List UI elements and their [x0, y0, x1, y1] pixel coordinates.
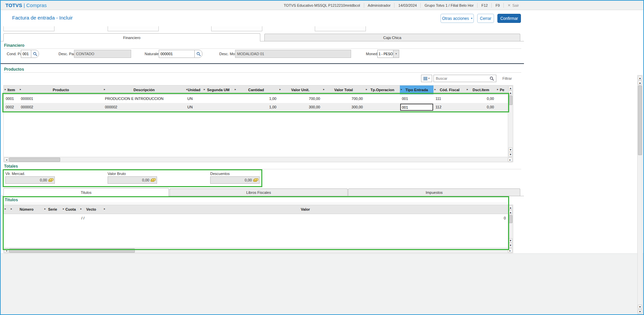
naturaleza-input[interactable] — [159, 50, 194, 58]
cell-tp-operacion[interactable] — [365, 103, 400, 111]
column-header-serie[interactable]: ▸Serie — [43, 205, 62, 214]
titulos-vertical-scrollbar[interactable]: ▲ ▲ ▼ ▼ — [508, 205, 513, 248]
cell-producto[interactable]: 000002 — [19, 103, 103, 111]
cell-segunda-um[interactable] — [203, 95, 234, 103]
cell-pe[interactable] — [496, 95, 508, 103]
column-header-unidad[interactable]: ▸Unidad — [185, 85, 203, 94]
scroll-right-button[interactable]: ► — [508, 248, 513, 253]
cropped-field[interactable] — [3, 26, 54, 31]
cell-valor-unit[interactable]: 300,00 — [278, 103, 322, 111]
column-header-vecto[interactable]: ▸Vecto — [79, 205, 103, 214]
cell-valor-total[interactable]: 300,00 — [322, 103, 365, 111]
column-header-tipo-entrada[interactable]: ▸Tipo Entrada — [400, 85, 433, 94]
column-header-cuota[interactable]: ▸Cuota — [62, 205, 79, 214]
filter-link[interactable]: Filtrar — [502, 76, 512, 80]
cond-pago-input[interactable] — [21, 50, 31, 58]
cropped-field[interactable] — [315, 26, 366, 31]
scrollbar-track[interactable] — [508, 224, 513, 238]
column-header-marker[interactable]: ▸ — [4, 205, 10, 214]
tab-titulos[interactable]: Titulos — [3, 188, 169, 196]
search-icon[interactable] — [490, 76, 494, 81]
cell-cod-fiscal[interactable]: 111 — [433, 95, 466, 103]
column-config-button[interactable]: ▾ — [421, 75, 432, 82]
column-header-descripcion[interactable]: ▸Descripción — [103, 85, 185, 94]
column-header-cantidad[interactable]: ▸Cantidad — [234, 85, 278, 94]
cropped-field[interactable] — [108, 26, 159, 31]
scroll-right-button[interactable]: ► — [508, 158, 513, 162]
page-vertical-scrollbar[interactable]: ▲ ▲ ▼ ▼ — [637, 75, 643, 314]
scroll-down-button[interactable]: ▼ — [508, 152, 513, 156]
naturaleza-lookup-button[interactable] — [194, 50, 202, 58]
scrollbar-thumb[interactable] — [9, 158, 60, 162]
productos-horizontal-scrollbar[interactable]: ◄ ► — [4, 157, 513, 162]
other-actions-button[interactable]: Otras acciones ▾ — [441, 14, 474, 23]
moneda-select[interactable]: 1 - PESO ▾ — [377, 50, 399, 58]
cell-descripcion[interactable]: PRODUCCION E INTRODUCCION — [103, 95, 185, 103]
cell-item[interactable]: 0002 — [4, 103, 19, 111]
productos-vertical-scrollbar[interactable]: ▲ ▲ ▼ ▼ — [508, 85, 513, 157]
scroll-up-button[interactable]: ▲ — [508, 205, 513, 210]
cell-dsct-item[interactable]: 0,00 — [466, 103, 496, 111]
scroll-down-button[interactable]: ▼ — [638, 309, 642, 314]
column-header-tp-operacion[interactable]: ▸Tp.Operacion — [365, 85, 400, 94]
cell-descripcion[interactable]: 000002 — [103, 103, 185, 111]
scroll-up-button[interactable]: ▲ — [508, 86, 513, 90]
scroll-left-button[interactable]: ◄ — [4, 248, 9, 253]
scroll-up-button[interactable]: ▲ — [638, 76, 642, 80]
shortcut-f9-button[interactable]: F9 — [491, 3, 503, 8]
cell-unidad[interactable]: UN — [185, 103, 203, 111]
close-button[interactable]: Cerrar — [477, 14, 494, 23]
scroll-page-down-button[interactable]: ▼ — [638, 305, 642, 309]
column-header-producto[interactable]: ▸Producto — [19, 85, 103, 94]
branch-selector[interactable]: Grupo Totvs 1 / Filial Belo Hor — [420, 3, 477, 8]
tipo-entrada-cell-editor[interactable] — [400, 104, 433, 111]
scroll-page-up-button[interactable]: ▲ — [638, 80, 642, 85]
cell-marker[interactable] — [4, 214, 10, 222]
scrollbar-track[interactable] — [638, 156, 642, 304]
shortcut-f12-button[interactable]: F12 — [477, 3, 491, 8]
scroll-down-button[interactable]: ▼ — [508, 243, 513, 247]
search-input[interactable] — [434, 76, 490, 80]
tab-financiero[interactable]: Financiero — [3, 33, 260, 41]
cell-tipo-entrada[interactable]: 001 — [400, 95, 433, 103]
scrollbar-track[interactable] — [508, 106, 513, 147]
titulos-horizontal-scrollbar[interactable]: ◄ ► — [4, 248, 513, 253]
column-header-dsct-item[interactable]: ▸Dsct.Item — [466, 85, 496, 94]
column-header-valor-unit[interactable]: ▸Valor Unit. — [278, 85, 322, 94]
cell-valor-unit[interactable]: 700,00 — [278, 95, 322, 103]
tab-libros-fiscales[interactable]: Libros Fiscales — [169, 188, 348, 196]
cropped-field[interactable] — [211, 26, 262, 31]
cell-dsct-item[interactable]: 0,00 — [466, 95, 496, 103]
scroll-left-button[interactable]: ◄ — [4, 158, 9, 162]
cell-cantidad[interactable]: 1,00 — [234, 103, 278, 111]
scroll-page-down-button[interactable]: ▼ — [508, 238, 513, 243]
cell-cuota[interactable] — [62, 214, 79, 222]
cell-numero[interactable] — [10, 214, 43, 222]
cell-vecto[interactable]: / / — [79, 214, 103, 222]
scrollbar-thumb[interactable] — [9, 248, 135, 253]
column-header-cod-fiscal[interactable]: ▸Cód. Fiscal — [433, 85, 466, 94]
cell-valor[interactable]: 0 — [103, 214, 508, 222]
column-header-valor[interactable]: ▸Valor — [103, 205, 508, 214]
column-header-valor-total[interactable]: ▸Valor Total — [322, 85, 365, 94]
tab-impuestos[interactable]: Impuestos — [348, 188, 520, 196]
cell-segunda-um[interactable] — [203, 103, 234, 111]
column-header-numero[interactable]: ▸Número — [10, 205, 43, 214]
tab-caja-chica[interactable]: Caja Chica — [264, 34, 520, 41]
column-header-pe[interactable]: ▸Pe — [496, 85, 508, 94]
dropdown-arrow-icon[interactable]: ▾ — [393, 50, 399, 58]
column-header-item[interactable]: ▸Item — [4, 85, 19, 94]
cell-item[interactable]: 0001 — [4, 95, 19, 103]
cell-tp-operacion[interactable] — [365, 95, 400, 103]
scrollbar-thumb[interactable] — [508, 215, 513, 223]
scrollbar-thumb[interactable] — [508, 96, 513, 105]
confirm-button[interactable]: Confirmar — [497, 14, 521, 23]
scrollbar-thumb[interactable] — [638, 85, 642, 155]
cell-cantidad[interactable]: 1,00 — [234, 95, 278, 103]
column-header-segunda-um[interactable]: ▸Segunda UM — [203, 85, 234, 94]
scroll-page-up-button[interactable]: ▲ — [508, 91, 513, 95]
exit-button[interactable]: × Sair — [503, 3, 523, 8]
cell-cod-fiscal[interactable]: 112 — [433, 103, 466, 111]
cell-pe[interactable] — [496, 103, 508, 111]
cell-valor-total[interactable]: 700,00 — [322, 95, 365, 103]
